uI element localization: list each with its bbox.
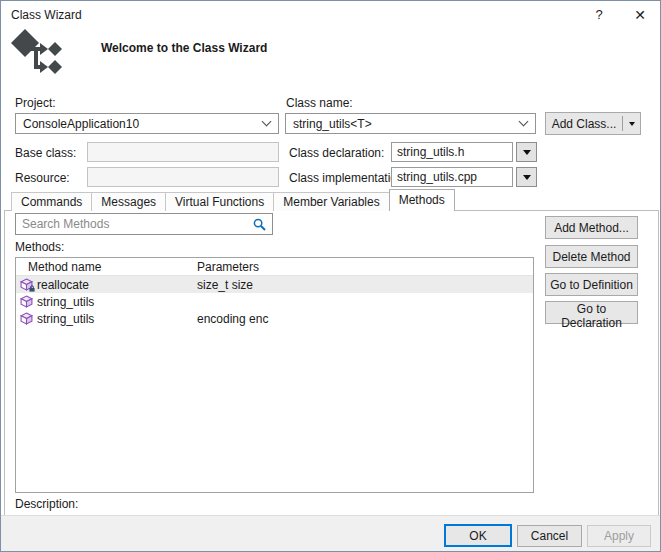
method-row-string-utils-2[interactable]: string_utils encoding enc [16, 310, 533, 327]
method-name: string_utils [33, 312, 197, 326]
base-class-label: Base class: [15, 146, 76, 160]
help-button[interactable]: ? [582, 2, 616, 27]
tab-methods[interactable]: Methods [389, 189, 455, 211]
class-name-label: Class name: [286, 96, 353, 110]
delete-method-button[interactable]: Delete Method [545, 245, 638, 268]
go-to-definition-button[interactable]: Go to Definition [545, 273, 638, 296]
project-combobox[interactable]: ConsoleApplication10 [15, 113, 279, 134]
class-wizard-dialog: Class Wizard ? ✕ Welcome to the Class Wi… [0, 0, 661, 552]
project-value: ConsoleApplication10 [23, 117, 257, 131]
close-button[interactable]: ✕ [621, 2, 659, 27]
class-implementation-field[interactable] [391, 167, 513, 187]
method-parameters: encoding enc [197, 312, 268, 326]
tab-strip: Commands Messages Virtual Functions Memb… [11, 189, 454, 211]
welcome-heading: Welcome to the Class Wizard [101, 41, 267, 55]
ok-button[interactable]: OK [444, 524, 512, 547]
search-box [15, 213, 273, 235]
dropdown-arrow-icon [523, 150, 531, 155]
apply-button: Apply [587, 525, 651, 547]
magnifier-icon[interactable] [253, 218, 266, 231]
method-icon [20, 295, 33, 308]
add-class-button[interactable]: Add Class... [545, 112, 641, 135]
dropdown-arrow-icon [523, 175, 531, 180]
description-label: Description: [15, 497, 78, 511]
method-row-reallocate[interactable]: reallocate size_t size [16, 276, 533, 293]
add-class-label: Add Class... [546, 113, 622, 134]
methods-list: Method name Parameters reallocate size_t… [15, 257, 534, 493]
project-label: Project: [15, 96, 56, 110]
method-parameters: size_t size [197, 278, 253, 292]
add-method-button[interactable]: Add Method... [545, 216, 638, 239]
class-name-combobox[interactable]: string_utils<T> [285, 113, 536, 134]
tab-member-variables[interactable]: Member Variables [273, 192, 389, 211]
class-declaration-field[interactable] [391, 142, 513, 162]
column-header-method-name[interactable]: Method name [16, 260, 197, 274]
methods-list-header: Method name Parameters [16, 258, 533, 276]
add-class-dropdown[interactable] [623, 113, 640, 134]
method-icon [20, 312, 33, 325]
search-input[interactable] [16, 217, 253, 231]
tab-commands[interactable]: Commands [11, 192, 92, 211]
class-implementation-label: Class implementation: [289, 171, 407, 185]
base-class-field [87, 142, 279, 162]
method-row-string-utils-1[interactable]: string_utils [16, 293, 533, 310]
tab-messages[interactable]: Messages [91, 192, 166, 211]
method-name: reallocate [33, 278, 197, 292]
resource-label: Resource: [15, 171, 70, 185]
go-to-declaration-button[interactable]: Go to Declaration [545, 301, 638, 324]
chevron-down-icon [262, 117, 272, 127]
cancel-button[interactable]: Cancel [517, 525, 582, 547]
chevron-down-icon [519, 117, 529, 127]
class-name-value: string_utils<T> [293, 117, 514, 131]
class-declaration-label: Class declaration: [289, 146, 384, 160]
method-private-icon [20, 278, 33, 291]
class-declaration-dropdown-button[interactable] [516, 142, 537, 162]
resource-field [87, 167, 279, 187]
tab-virtual-functions[interactable]: Virtual Functions [165, 192, 274, 211]
method-name: string_utils [33, 295, 197, 309]
window-title: Class Wizard [11, 8, 82, 22]
dropdown-arrow-icon [629, 122, 635, 126]
footer-bar: OK Cancel Apply [1, 515, 661, 552]
column-header-parameters[interactable]: Parameters [197, 260, 259, 274]
methods-list-label: Methods: [15, 240, 64, 254]
class-wizard-icon [10, 28, 64, 80]
class-implementation-dropdown-button[interactable] [516, 167, 537, 187]
titlebar: Class Wizard ? ✕ [1, 1, 660, 31]
lock-badge-icon [29, 285, 35, 292]
